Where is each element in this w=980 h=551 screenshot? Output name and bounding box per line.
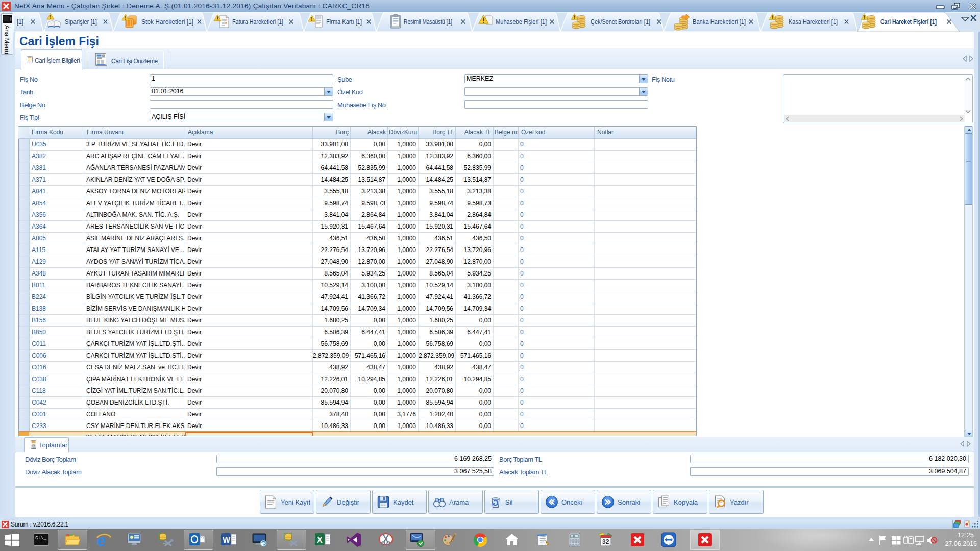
svg-text:Siparişler [1]: Siparişler [1]	[65, 18, 97, 26]
svg-text:Resimli Masaüstü [1]: Resimli Masaüstü [1]	[404, 18, 452, 26]
svg-text:W: W	[223, 536, 231, 544]
svg-text:C:\_: C:\_	[35, 536, 46, 541]
svg-text:X: X	[317, 536, 323, 544]
svg-text:Cari Hareket Fişleri [1]: Cari Hareket Fişleri [1]	[880, 18, 937, 26]
svg-text:[1]: [1]	[17, 18, 23, 26]
svg-text:Stok Hareketleri [1]: Stok Hareketleri [1]	[141, 18, 193, 26]
svg-text:Fatura Hareketleri [1]: Fatura Hareketleri [1]	[232, 18, 283, 26]
svg-text:Kasa Hareketleri [1]: Kasa Hareketleri [1]	[789, 18, 838, 26]
svg-text:Banka Hareketleri [1]: Banka Hareketleri [1]	[693, 18, 746, 26]
svg-text:0: 0	[573, 535, 575, 538]
svg-text:Çek/Senet Bordroları [1]: Çek/Senet Bordroları [1]	[591, 18, 650, 26]
svg-text:Firma Kartı [1]: Firma Kartı [1]	[326, 18, 362, 26]
svg-text:32: 32	[602, 538, 609, 545]
svg-text:Muhasebe Fişleri [1]: Muhasebe Fişleri [1]	[496, 18, 547, 26]
